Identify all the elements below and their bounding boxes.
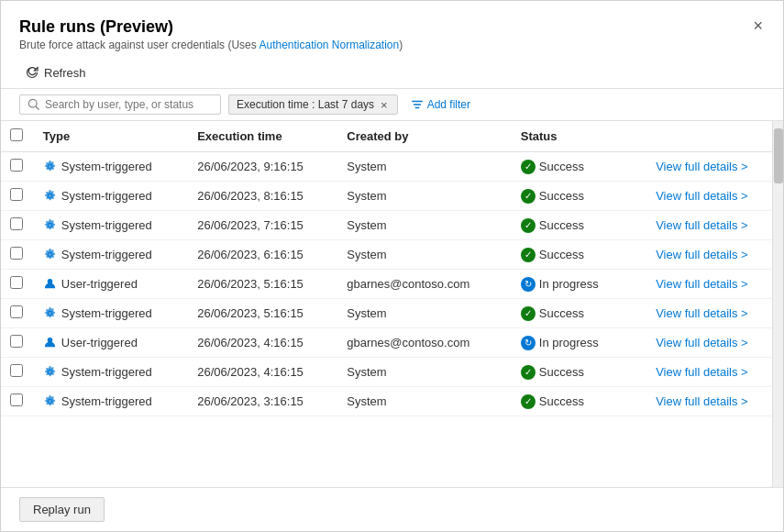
- table-row: System-triggered26/06/2023, 5:16:15Syste…: [1, 299, 772, 328]
- gear-icon: [43, 218, 57, 232]
- status-badge: ↻In progress: [521, 336, 637, 350]
- scrollbar-thumb[interactable]: [774, 128, 783, 183]
- auth-normalization-link[interactable]: Authentication Normalization: [259, 39, 399, 51]
- status-cell: ✓Success: [512, 387, 646, 416]
- success-icon: ✓: [521, 218, 536, 233]
- exec-time-cell: 26/06/2023, 4:16:15: [188, 358, 337, 387]
- status-label: Success: [539, 160, 584, 173]
- refresh-button[interactable]: Refresh: [19, 62, 92, 83]
- view-full-details-link[interactable]: View full details >: [656, 306, 748, 320]
- type-cell: System-triggered: [43, 218, 179, 232]
- type-cell: System-triggered: [43, 394, 179, 408]
- status-badge: ✓Success: [521, 218, 637, 233]
- col-header-type: Type: [34, 121, 188, 152]
- search-icon: [28, 98, 40, 111]
- view-full-details-link[interactable]: View full details >: [656, 160, 748, 173]
- scrollbar-track[interactable]: [772, 121, 783, 487]
- exec-time-cell: 26/06/2023, 7:16:15: [188, 211, 337, 240]
- status-label: In progress: [539, 336, 599, 349]
- view-full-details-link[interactable]: View full details >: [656, 248, 748, 261]
- status-label: Success: [539, 248, 584, 261]
- table-row: System-triggered26/06/2023, 6:16:15Syste…: [1, 240, 772, 270]
- add-filter-button[interactable]: Add filter: [405, 95, 476, 114]
- exec-time-cell: 26/06/2023, 6:16:15: [188, 240, 337, 270]
- table-row: System-triggered26/06/2023, 7:16:15Syste…: [1, 211, 772, 240]
- table-row: System-triggered26/06/2023, 8:16:15Syste…: [1, 182, 772, 211]
- type-cell: System-triggered: [43, 189, 179, 203]
- status-cell: ↻In progress: [512, 270, 646, 299]
- action-cell: View full details >: [646, 270, 772, 299]
- status-label: Success: [539, 365, 584, 379]
- chip-close-button[interactable]: ×: [379, 99, 390, 111]
- type-cell: User-triggered: [43, 336, 179, 349]
- row-checkbox[interactable]: [10, 393, 23, 406]
- action-cell: View full details >: [646, 299, 772, 328]
- view-full-details-link[interactable]: View full details >: [656, 394, 748, 408]
- row-checkbox[interactable]: [10, 188, 23, 201]
- view-full-details-link[interactable]: View full details >: [656, 277, 748, 291]
- view-full-details-link[interactable]: View full details >: [656, 336, 748, 349]
- table-row: System-triggered26/06/2023, 3:16:15Syste…: [1, 387, 772, 416]
- type-label: System-triggered: [61, 365, 152, 379]
- user-icon: [43, 277, 57, 291]
- col-header-exec-time: Execution time: [188, 121, 337, 152]
- type-cell: System-triggered: [43, 306, 179, 320]
- select-all-checkbox[interactable]: [10, 128, 23, 141]
- view-full-details-link[interactable]: View full details >: [656, 218, 748, 232]
- type-label: System-triggered: [61, 306, 152, 320]
- view-full-details-link[interactable]: View full details >: [656, 365, 748, 379]
- status-label: Success: [539, 394, 584, 408]
- user-icon: [43, 336, 57, 349]
- row-checkbox[interactable]: [10, 335, 23, 348]
- type-cell: System-triggered: [43, 365, 179, 379]
- table-header-row: Type Execution time Created by Status: [1, 121, 772, 152]
- dialog-title: Rule runs (Preview): [19, 17, 173, 36]
- type-label: System-triggered: [61, 248, 152, 261]
- table-row: System-triggered26/06/2023, 9:16:15Syste…: [1, 152, 772, 182]
- action-cell: View full details >: [646, 358, 772, 387]
- created-by-cell: System: [337, 211, 511, 240]
- col-header-status: Status: [512, 121, 646, 152]
- created-by-cell: gbarnes@contoso.com: [337, 270, 511, 299]
- success-icon: ✓: [521, 394, 536, 409]
- footer: Replay run: [1, 487, 783, 531]
- type-label: System-triggered: [61, 189, 152, 203]
- success-icon: ✓: [521, 160, 536, 174]
- replay-run-button[interactable]: Replay run: [19, 497, 105, 522]
- row-checkbox[interactable]: [10, 364, 23, 377]
- exec-time-cell: 26/06/2023, 3:16:15: [188, 387, 337, 416]
- view-full-details-link[interactable]: View full details >: [656, 189, 748, 203]
- svg-line-1: [36, 106, 39, 109]
- action-cell: View full details >: [646, 240, 772, 270]
- status-label: Success: [539, 189, 584, 203]
- execution-time-chip: Execution time : Last 7 days ×: [228, 94, 398, 115]
- exec-time-cell: 26/06/2023, 4:16:15: [188, 328, 337, 358]
- toolbar: Refresh: [1, 55, 783, 88]
- table-row: System-triggered26/06/2023, 4:16:15Syste…: [1, 358, 772, 387]
- action-cell: View full details >: [646, 211, 772, 240]
- status-label: Success: [539, 306, 584, 320]
- row-checkbox[interactable]: [10, 217, 23, 230]
- gear-icon: [43, 189, 57, 203]
- add-filter-label: Add filter: [427, 98, 470, 111]
- row-checkbox[interactable]: [10, 276, 23, 289]
- exec-time-cell: 26/06/2023, 5:16:15: [188, 299, 337, 328]
- row-checkbox[interactable]: [10, 159, 23, 172]
- status-cell: ↻In progress: [512, 328, 646, 358]
- status-badge: ↻In progress: [521, 277, 637, 292]
- status-cell: ✓Success: [512, 358, 646, 387]
- status-badge: ✓Success: [521, 160, 637, 174]
- status-label: In progress: [539, 277, 599, 291]
- success-icon: ✓: [521, 365, 536, 380]
- close-button[interactable]: ×: [747, 16, 768, 36]
- type-label: User-triggered: [61, 277, 138, 291]
- search-box[interactable]: [19, 94, 221, 115]
- row-checkbox[interactable]: [10, 247, 23, 260]
- inprogress-icon: ↻: [521, 277, 536, 292]
- search-input[interactable]: [45, 98, 201, 111]
- action-cell: View full details >: [646, 328, 772, 358]
- chip-label: Execution time : Last 7 days: [237, 98, 374, 111]
- gear-icon: [43, 306, 57, 320]
- row-checkbox[interactable]: [10, 305, 23, 318]
- exec-time-cell: 26/06/2023, 5:16:15: [188, 270, 337, 299]
